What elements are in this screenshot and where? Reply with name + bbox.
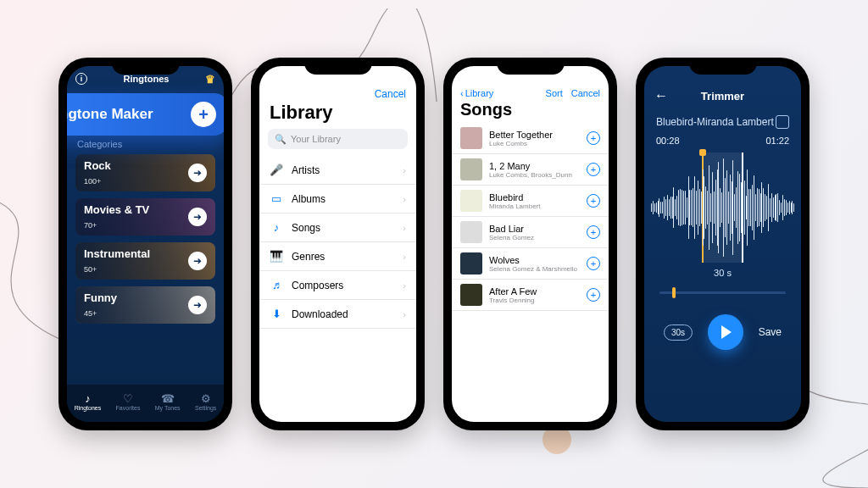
tab-favorites[interactable]: ♡Favorites xyxy=(116,393,141,411)
play-button[interactable] xyxy=(708,314,743,350)
tab-bar: ♪Ringtones ♡Favorites ☎My Tones ⚙Setting… xyxy=(67,385,224,422)
tab-label: Favorites xyxy=(116,405,141,411)
library-list: 🎤Artists› ▭Albums› ♪Songs› 🎹Genres› ♬Com… xyxy=(259,156,416,329)
music-note-icon: ♪ xyxy=(85,393,91,404)
song-artist: Selena Gomez & Marshmello xyxy=(489,265,580,273)
page-title: Trimmer xyxy=(701,90,744,103)
cancel-button[interactable]: Cancel xyxy=(375,88,406,100)
song-title: Wolves xyxy=(489,255,580,265)
library-row-songs[interactable]: ♪Songs› xyxy=(259,214,416,242)
ringtone-maker-card[interactable]: Ringtone Maker + xyxy=(67,93,224,136)
phone-songs: ‹Library Sort Cancel Songs Better Togeth… xyxy=(443,58,617,430)
row-label: Genres xyxy=(292,251,325,263)
genres-icon: 🎹 xyxy=(270,250,283,263)
album-art xyxy=(460,252,482,274)
song-title: Bad Liar xyxy=(489,224,580,234)
song-row[interactable]: Better TogetherLuke Combs+ xyxy=(452,123,609,154)
row-label: Downloaded xyxy=(292,308,348,320)
album-art xyxy=(460,158,482,180)
track-title: Bluebird-Miranda Lambert xyxy=(656,116,774,128)
song-artist: Luke Combs xyxy=(489,140,580,147)
save-button[interactable]: Save xyxy=(759,326,782,338)
album-art xyxy=(460,190,482,212)
add-icon[interactable]: + xyxy=(587,225,600,239)
chevron-right-icon: › xyxy=(403,252,406,262)
track-title-row: Bluebird-Miranda Lambert xyxy=(644,103,801,129)
tab-label: Ringtones xyxy=(75,405,102,411)
arrow-right-icon[interactable]: ➜ xyxy=(188,164,207,182)
page-title: Songs xyxy=(460,100,600,119)
notch xyxy=(112,58,180,75)
slider-knob[interactable] xyxy=(672,287,676,298)
song-title: Better Together xyxy=(489,130,580,140)
song-list: Better TogetherLuke Combs+ 1, 2 ManyLuke… xyxy=(452,123,609,311)
phone-library: Cancel Library 🔍 Your Library 🎤Artists› … xyxy=(251,58,425,430)
arrow-right-icon[interactable]: ➜ xyxy=(188,296,207,314)
notch xyxy=(689,58,757,75)
category-name: Movies & TV xyxy=(84,203,149,216)
add-icon[interactable]: + xyxy=(191,102,216,127)
song-row[interactable]: WolvesSelena Gomez & Marshmello+ xyxy=(452,248,609,280)
chevron-right-icon: › xyxy=(403,280,406,291)
library-row-artists[interactable]: 🎤Artists› xyxy=(259,156,416,185)
row-label: Songs xyxy=(292,222,320,234)
song-row[interactable]: After A FewTravis Denning+ xyxy=(452,280,609,311)
song-artist: Luke Combs, Brooks_Dunn xyxy=(489,171,580,179)
tab-ringtones[interactable]: ♪Ringtones xyxy=(75,393,102,411)
back-arrow-icon[interactable]: ← xyxy=(654,88,668,103)
time-row: 00:28 01:22 xyxy=(644,129,801,146)
add-icon[interactable]: + xyxy=(587,163,600,176)
song-artist: Travis Denning xyxy=(489,297,580,304)
arrow-right-icon[interactable]: ➜ xyxy=(188,208,207,226)
info-icon[interactable]: i xyxy=(75,73,87,85)
arrow-right-icon[interactable]: ➜ xyxy=(188,252,207,270)
position-slider[interactable] xyxy=(659,291,786,294)
category-instrumental[interactable]: Instrumental 50+ ➜ xyxy=(75,242,215,280)
edit-icon[interactable] xyxy=(776,115,789,129)
category-count: 50+ xyxy=(84,265,97,274)
search-placeholder: Your Library xyxy=(291,134,341,144)
back-label: Library xyxy=(465,88,494,98)
heart-icon: ♡ xyxy=(123,393,133,404)
album-art xyxy=(460,284,482,306)
chevron-left-icon: ‹ xyxy=(460,88,464,98)
category-count: 100+ xyxy=(84,177,101,186)
song-artist: Selena Gomez xyxy=(489,234,580,241)
row-label: Albums xyxy=(292,193,326,205)
sort-button[interactable]: Sort xyxy=(546,88,563,98)
song-row[interactable]: 1, 2 ManyLuke Combs, Brooks_Dunn+ xyxy=(452,154,609,186)
tab-label: My Tones xyxy=(155,405,181,411)
add-icon[interactable]: + xyxy=(587,288,600,302)
chevron-right-icon: › xyxy=(403,194,406,204)
library-row-albums[interactable]: ▭Albums› xyxy=(259,185,416,214)
song-artist: Miranda Lambert xyxy=(489,202,580,210)
song-row[interactable]: BluebirdMiranda Lambert+ xyxy=(452,186,609,217)
music-note-icon: ♪ xyxy=(270,221,283,234)
category-movies-tv[interactable]: Movies & TV 70+ ➜ xyxy=(75,198,215,236)
composers-icon: ♬ xyxy=(270,279,283,291)
tab-settings[interactable]: ⚙Settings xyxy=(195,393,216,411)
add-icon[interactable]: + xyxy=(587,257,600,270)
search-icon: 🔍 xyxy=(275,134,287,145)
waveform[interactable] xyxy=(648,152,798,263)
category-rock[interactable]: Rock 100+ ➜ xyxy=(75,154,215,191)
duration-label: 30 s xyxy=(644,268,801,278)
song-row[interactable]: Bad LiarSelena Gomez+ xyxy=(452,217,609,248)
add-icon[interactable]: + xyxy=(587,131,600,145)
preset-30s-button[interactable]: 30s xyxy=(664,324,693,341)
crown-icon[interactable]: ♛ xyxy=(205,73,215,86)
back-button[interactable]: ‹Library xyxy=(460,88,493,98)
tab-my-tones[interactable]: ☎My Tones xyxy=(155,393,181,411)
category-count: 70+ xyxy=(84,221,97,230)
gear-icon: ⚙ xyxy=(201,393,211,404)
library-row-downloaded[interactable]: ⬇Downloaded› xyxy=(259,300,416,329)
library-row-genres[interactable]: 🎹Genres› xyxy=(259,242,416,271)
library-row-composers[interactable]: ♬Composers› xyxy=(259,271,416,300)
cancel-button[interactable]: Cancel xyxy=(571,88,600,98)
add-icon[interactable]: + xyxy=(587,194,600,208)
song-title: After A Few xyxy=(489,286,580,297)
microphone-icon: 🎤 xyxy=(270,164,283,176)
category-funny[interactable]: Funny 45+ ➜ xyxy=(75,286,215,324)
phone-trimmer: ← Trimmer Bluebird-Miranda Lambert 00:28… xyxy=(636,58,810,430)
search-input[interactable]: 🔍 Your Library xyxy=(268,129,408,149)
